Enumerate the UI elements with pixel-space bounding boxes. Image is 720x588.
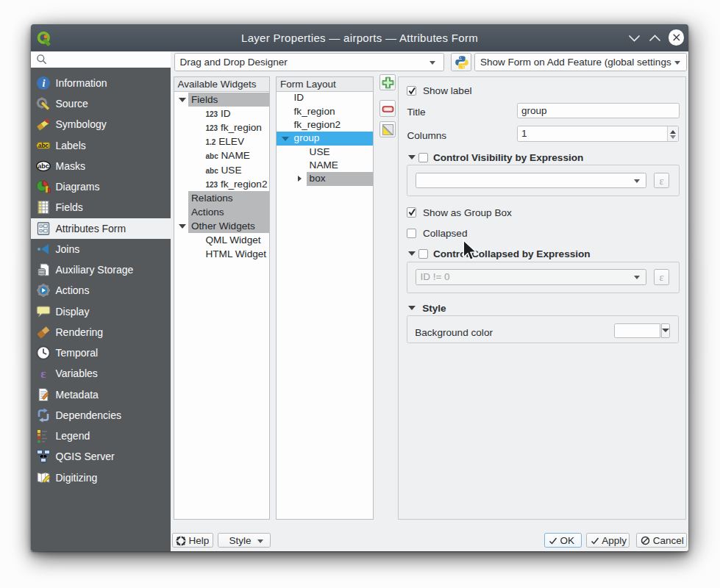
svg-text:abc: abc: [38, 162, 49, 170]
svg-text:abc: abc: [38, 142, 49, 149]
svg-text:i: i: [43, 78, 46, 89]
svg-text:ε: ε: [40, 367, 46, 381]
